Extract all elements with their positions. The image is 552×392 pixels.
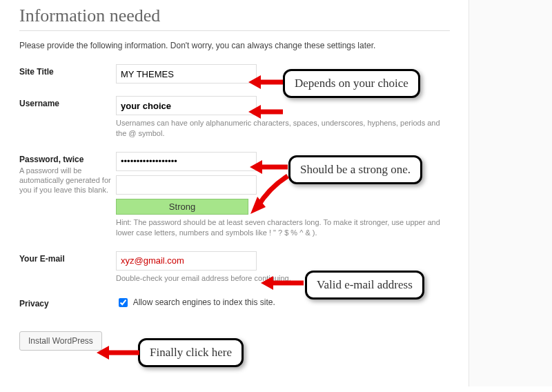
email-input[interactable] xyxy=(116,251,257,271)
password-hint: Hint: The password should be at least se… xyxy=(116,217,440,239)
privacy-label: Privacy xyxy=(19,296,116,308)
install-wordpress-button[interactable]: Install WordPress xyxy=(19,331,102,351)
privacy-checkbox[interactable] xyxy=(119,298,128,307)
privacy-checkbox-label: Allow search engines to index this site. xyxy=(133,297,275,307)
right-gutter xyxy=(469,0,552,386)
password-input[interactable] xyxy=(116,152,257,171)
password-label: Password, twice A password will be autom… xyxy=(19,152,116,195)
username-input[interactable] xyxy=(116,96,257,115)
password-strength-indicator: Strong xyxy=(116,199,248,215)
site-title-input[interactable] xyxy=(116,64,257,84)
password-confirm-input[interactable] xyxy=(116,175,257,195)
password-sublabel: A password will be automatically generat… xyxy=(19,166,116,195)
annotation-install: Finally click here xyxy=(138,338,244,367)
intro-text: Please provide the following information… xyxy=(19,41,450,50)
username-label: Username xyxy=(19,96,116,108)
page-heading: Information needed xyxy=(19,6,450,26)
annotation-site-title: Depends on your choice xyxy=(283,69,420,98)
username-hint: Usernames can have only alphanumeric cha… xyxy=(116,118,440,139)
annotation-email: Valid e-mail address xyxy=(305,271,424,300)
annotation-password: Should be a strong one. xyxy=(288,155,422,184)
divider xyxy=(19,30,450,31)
email-label: Your E-mail xyxy=(19,251,116,264)
site-title-label: Site Title xyxy=(19,64,116,77)
password-label-text: Password, twice xyxy=(19,155,83,164)
